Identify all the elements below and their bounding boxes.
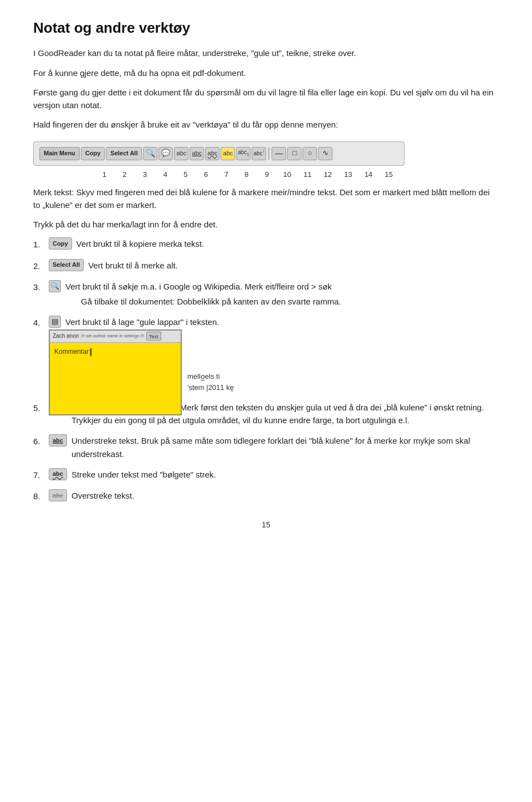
list-text-6: Understreke tekst. Bruk på same måte som… <box>71 434 499 460</box>
toolbar-selectall: Select All <box>106 147 142 160</box>
list-num-6: 6. <box>33 434 49 448</box>
toolbar-copy: Copy <box>81 147 105 160</box>
note-body: Kommentar: <box>50 343 181 361</box>
list-num-2: 2. <box>33 259 49 272</box>
list-item-6: 6. abc Understreke tekst. Bruk på same m… <box>33 434 499 460</box>
toolbar-abc5-icon: abc1 <box>236 147 250 160</box>
toolbar-items: Main Menu Copy Select All 🔍 💬 abc abc ab… <box>39 145 398 163</box>
num-5: 5 <box>176 169 195 180</box>
side-text-line2: 'stem |2011 kę <box>187 382 499 393</box>
list-text-2: Vert brukt til å merke alt. <box>88 259 499 272</box>
num-14: 14 <box>359 169 378 180</box>
toolbar-abc4-icon: abc <box>221 147 235 160</box>
toolbar-dash-icon: — <box>272 147 286 160</box>
toolbar-circle-icon: ○ <box>303 147 317 160</box>
page-number: 15 <box>33 519 499 531</box>
toolbar-image: Main Menu Copy Select All 🔍 💬 abc abc ab… <box>33 141 405 166</box>
copy-badge: Copy <box>49 237 72 250</box>
num-1: 1 <box>95 169 114 180</box>
num-6: 6 <box>197 169 216 180</box>
list-num-4: 4. <box>33 316 49 329</box>
intro-p3: Første gang du gjer dette i eit dokument… <box>33 86 499 112</box>
note-topbar: Zach anon !!! set author name in setting… <box>50 331 181 343</box>
note-image: Zach anon !!! set author name in setting… <box>49 329 182 415</box>
toolbar-numbering: 1 2 3 4 5 6 7 8 9 10 11 12 13 14 15 <box>94 169 399 180</box>
list-subtext-3: Gå tilbake til dokumentet: Dobbelklikk p… <box>81 295 499 308</box>
cursor <box>90 348 91 356</box>
toolbar-abc1-icon: abc <box>174 147 188 160</box>
list-item-2: 2. Select All Vert brukt til å merke alt… <box>33 259 499 272</box>
list-text-3: Vert brukt til å søkje m.a. i Google og … <box>65 280 499 308</box>
num-9: 9 <box>258 169 277 180</box>
intro-p1: I GoodReader kan du ta notat på fleire m… <box>33 47 499 59</box>
note-body-text: Kommentar: <box>54 348 90 356</box>
num-12: 12 <box>319 169 337 180</box>
num-2: 2 <box>115 169 134 180</box>
list-item-3: 3. 🔍 Vert brukt til å søkje m.a. i Googl… <box>33 280 499 308</box>
toolbar-wave-icon: ∿ <box>318 147 332 160</box>
text-trykk: Trykk på det du har merka/lagt inn for å… <box>33 218 499 231</box>
intro-p4: Hald fingeren der du ønskjer å bruke eit… <box>33 118 499 131</box>
toolbar-abc2-icon: abc <box>190 147 204 160</box>
feature-list: 1. Copy Vert brukt til å kopiere merka t… <box>33 237 499 502</box>
toolbar-sep1 <box>268 148 269 160</box>
num-7: 7 <box>217 169 236 180</box>
list-item-8: 8. abe Overstreke tekst. <box>33 489 499 502</box>
num-13: 13 <box>339 169 357 180</box>
wavy-badge: abc <box>49 468 67 480</box>
num-11: 11 <box>298 169 317 180</box>
side-text-container: mello̲els ti 'stem |2011 kę <box>187 371 499 393</box>
toolbar-abc6-icon: abc↑ <box>252 147 266 160</box>
list-item-7: 7. abc Streke under tekst med "bølgete" … <box>33 468 499 481</box>
list-num-8: 8. <box>33 489 49 502</box>
note-warning: !!! set author name in settings !!! <box>81 333 144 339</box>
side-text-line1: mello̲els ti <box>187 371 499 382</box>
list-item-1: 1. Copy Vert brukt til å kopiere merka t… <box>33 237 499 251</box>
text-mark: Merk tekst: Skyv med fingeren med dei bl… <box>33 186 499 212</box>
toolbar-section: Main Menu Copy Select All 🔍 💬 abc abc ab… <box>33 141 499 180</box>
note-text-btn: Text <box>146 332 161 341</box>
toolbar-box-icon: □ <box>287 147 301 160</box>
list-text-1: Vert brukt til å kopiere merka tekst. <box>76 237 499 250</box>
search-badge: 🔍 <box>49 280 61 292</box>
toolbar-search-icon: 🔍 <box>143 147 157 160</box>
num-15: 15 <box>380 169 398 180</box>
intro-p2: For å kunne gjere dette, må du ha opna e… <box>33 67 499 79</box>
num-4: 4 <box>156 169 175 180</box>
toolbar-note-icon: 💬 <box>158 147 173 160</box>
underline-badge: abc <box>49 434 67 446</box>
note-author: Zach anon <box>53 332 79 341</box>
num-8: 8 <box>237 169 256 180</box>
list-num-5: 5. <box>33 401 49 414</box>
num-10: 10 <box>278 169 296 180</box>
list-num-3: 3. <box>33 280 49 293</box>
note-image-container: Zach anon !!! set author name in setting… <box>49 329 499 393</box>
note-badge: ▤ <box>49 316 61 328</box>
list-text-4: Vert brukt til å lage "gule lappar" i te… <box>65 316 499 328</box>
toolbar-abc3-icon: abc <box>205 147 219 160</box>
list-text-8: Overstreke tekst. <box>71 489 499 502</box>
strike-badge: abe <box>49 489 67 501</box>
selectall-badge: Select All <box>49 259 84 271</box>
list-num-1: 1. <box>33 237 49 251</box>
toolbar-mainmenu: Main Menu <box>39 147 80 160</box>
num-3: 3 <box>136 169 155 180</box>
list-num-7: 7. <box>33 468 49 481</box>
list-text-7: Streke under tekst med "bølgete" strek. <box>71 468 499 481</box>
page-title: Notat og andre verktøy <box>33 17 499 39</box>
list-item-4: 4. ▤ Vert brukt til å lage "gule lappar"… <box>33 316 499 393</box>
